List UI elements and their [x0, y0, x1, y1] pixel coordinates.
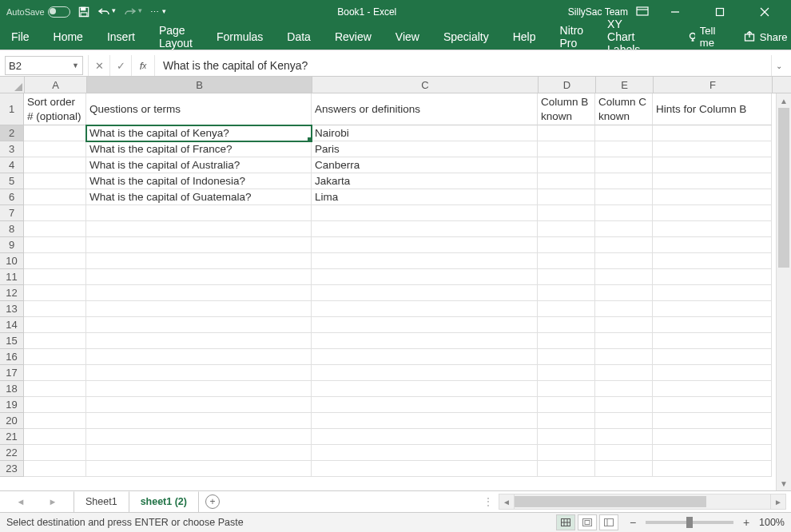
row-header-1[interactable]: 1: [0, 93, 24, 125]
cell-D19[interactable]: [538, 397, 595, 413]
ribbon-tab-insert[interactable]: Insert: [107, 30, 135, 43]
scroll-down-icon[interactable]: ▼: [777, 476, 791, 490]
zoom-level[interactable]: 100%: [759, 517, 785, 528]
cell-E15[interactable]: [595, 333, 653, 349]
cell-D22[interactable]: [538, 445, 595, 461]
cell-C4[interactable]: Canberra: [312, 157, 538, 173]
ribbon-tab-specialty[interactable]: Specialty: [443, 30, 489, 43]
horizontal-scrollbar[interactable]: ◄ ►: [499, 494, 786, 509]
cell-A11[interactable]: [24, 269, 86, 285]
cell-E23[interactable]: [595, 461, 653, 477]
sheet-nav-prev-icon[interactable]: ◄: [17, 497, 26, 506]
cell-D12[interactable]: [538, 285, 595, 301]
save-icon[interactable]: [78, 6, 89, 18]
cell-F17[interactable]: [653, 365, 772, 381]
cell-E22[interactable]: [595, 445, 653, 461]
cell-D9[interactable]: [538, 237, 595, 253]
cell-A2[interactable]: [24, 125, 86, 141]
row-header-15[interactable]: 15: [0, 333, 24, 349]
cell-A8[interactable]: [24, 221, 86, 237]
cell-B12[interactable]: [86, 285, 312, 301]
cell-B4[interactable]: What is the capital of Australia?: [86, 157, 312, 173]
cell-D2[interactable]: [538, 125, 595, 141]
cell-F12[interactable]: [653, 285, 772, 301]
cell-B15[interactable]: [86, 333, 312, 349]
cell-C21[interactable]: [312, 429, 538, 445]
cell-A4[interactable]: [24, 157, 86, 173]
undo-icon[interactable]: ▾: [97, 6, 116, 18]
cell-D14[interactable]: [538, 317, 595, 333]
cell-A14[interactable]: [24, 317, 86, 333]
cell-B1[interactable]: Questions or terms: [86, 93, 312, 125]
cell-C23[interactable]: [312, 461, 538, 477]
ribbon-tab-home[interactable]: Home: [54, 30, 83, 43]
sheet-nav-next-icon[interactable]: ►: [49, 497, 58, 506]
column-header-a[interactable]: A: [25, 77, 87, 93]
cell-B6[interactable]: What is the capital of Guatemala?: [86, 189, 312, 205]
cell-F5[interactable]: [653, 173, 772, 189]
cell-D10[interactable]: [538, 253, 595, 269]
cell-D8[interactable]: [538, 221, 595, 237]
cell-E7[interactable]: [595, 205, 653, 221]
cell-B22[interactable]: [86, 445, 312, 461]
cell-B3[interactable]: What is the capital of France?: [86, 141, 312, 157]
cell-C13[interactable]: [312, 301, 538, 317]
cell-C16[interactable]: [312, 349, 538, 365]
cell-E19[interactable]: [595, 397, 653, 413]
row-header-3[interactable]: 3: [0, 141, 24, 157]
ribbon-tab-help[interactable]: Help: [513, 30, 536, 43]
row-header-11[interactable]: 11: [0, 269, 24, 285]
row-header-18[interactable]: 18: [0, 381, 24, 397]
row-header-4[interactable]: 4: [0, 157, 24, 173]
cell-E17[interactable]: [595, 365, 653, 381]
view-page-break-button[interactable]: [599, 514, 618, 530]
qat-customize-icon[interactable]: ⋯▾: [150, 7, 166, 18]
cell-B17[interactable]: [86, 365, 312, 381]
view-normal-button[interactable]: [556, 514, 575, 530]
cell-F4[interactable]: [653, 157, 772, 173]
cell-E11[interactable]: [595, 269, 653, 285]
cell-B2[interactable]: What is the capital of Kenya?: [86, 125, 312, 141]
account-name[interactable]: SillySac Team: [568, 6, 628, 18]
cell-D13[interactable]: [538, 301, 595, 317]
cell-F22[interactable]: [653, 445, 772, 461]
row-header-6[interactable]: 6: [0, 189, 24, 205]
cell-C15[interactable]: [312, 333, 538, 349]
cell-D5[interactable]: [538, 173, 595, 189]
ribbon-tab-review[interactable]: Review: [335, 30, 372, 43]
cell-A6[interactable]: [24, 189, 86, 205]
cell-B13[interactable]: [86, 301, 312, 317]
formula-input[interactable]: What is the capital of Kenya?: [155, 55, 771, 76]
cell-E8[interactable]: [595, 221, 653, 237]
view-page-layout-button[interactable]: [578, 514, 597, 530]
cell-D3[interactable]: [538, 141, 595, 157]
cell-F11[interactable]: [653, 269, 772, 285]
cell-D21[interactable]: [538, 429, 595, 445]
minimize-button[interactable]: [657, 0, 694, 24]
cell-A13[interactable]: [24, 301, 86, 317]
zoom-in-button[interactable]: +: [740, 516, 753, 529]
scroll-left-icon[interactable]: ◄: [499, 494, 515, 510]
cell-B21[interactable]: [86, 429, 312, 445]
cell-F10[interactable]: [653, 253, 772, 269]
row-header-12[interactable]: 12: [0, 285, 24, 301]
cell-C9[interactable]: [312, 237, 538, 253]
ribbon-tab-nitro-pro[interactable]: Nitro Pro: [560, 24, 584, 50]
cell-E3[interactable]: [595, 141, 653, 157]
cell-C6[interactable]: Lima: [312, 189, 538, 205]
cell-C18[interactable]: [312, 381, 538, 397]
cell-F2[interactable]: [653, 125, 772, 141]
vertical-scrollbar[interactable]: ▲ ▼: [776, 93, 791, 490]
cell-D7[interactable]: [538, 205, 595, 221]
row-header-5[interactable]: 5: [0, 173, 24, 189]
cell-E16[interactable]: [595, 349, 653, 365]
cell-F6[interactable]: [653, 189, 772, 205]
row-header-20[interactable]: 20: [0, 413, 24, 429]
cell-A20[interactable]: [24, 413, 86, 429]
cell-E1[interactable]: Column C known: [595, 93, 653, 125]
ribbon-tab-file[interactable]: File: [11, 30, 30, 43]
cell-F21[interactable]: [653, 429, 772, 445]
cell-E18[interactable]: [595, 381, 653, 397]
autosave-toggle[interactable]: AutoSave: [6, 6, 70, 18]
cell-A16[interactable]: [24, 349, 86, 365]
